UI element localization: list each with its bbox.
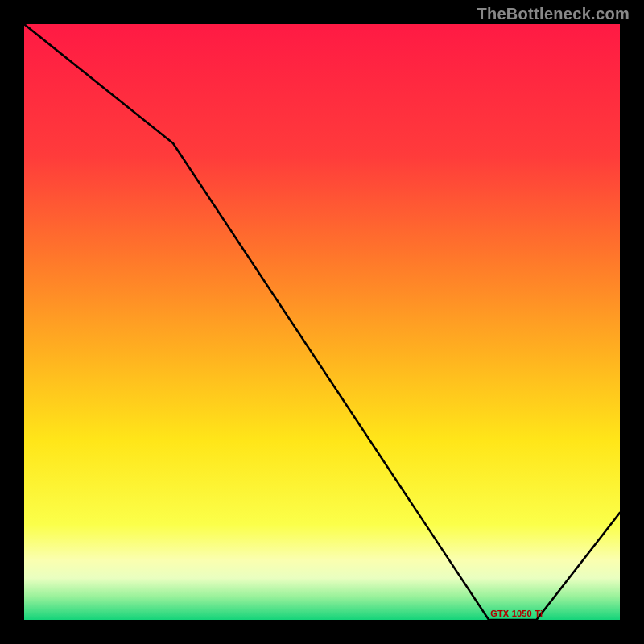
plot-area: GTX 1050 Ti [24, 24, 620, 620]
bottleneck-line [24, 24, 620, 620]
marker-label: GTX 1050 Ti [490, 609, 543, 618]
watermark-text: TheBottleneck.com [477, 5, 630, 23]
